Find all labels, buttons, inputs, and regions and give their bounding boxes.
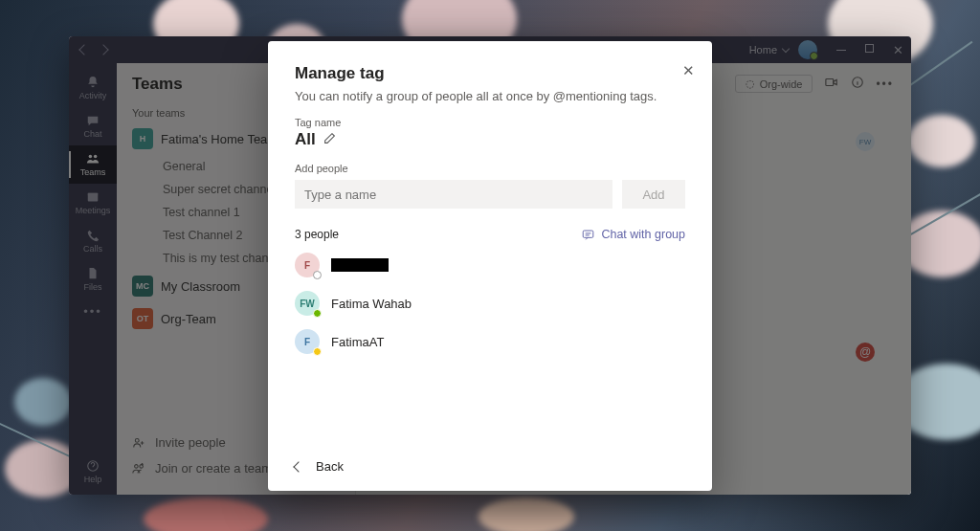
avatar-initials: FW xyxy=(300,299,315,309)
person-row[interactable]: F xyxy=(295,253,685,277)
person-row[interactable]: FW Fatima Wahab xyxy=(295,291,685,316)
person-name: Fatima Wahab xyxy=(331,297,412,311)
person-name xyxy=(331,258,389,272)
pencil-icon xyxy=(323,132,336,144)
tag-name-label: Tag name xyxy=(295,117,685,128)
add-people-label: Add people xyxy=(295,163,685,174)
avatar-initials: F xyxy=(304,337,310,347)
back-label: Back xyxy=(316,459,344,474)
manage-tag-dialog: ✕ Manage tag You can notify a group of p… xyxy=(268,41,712,491)
presence-unknown-icon xyxy=(313,271,322,279)
people-count: 3 people xyxy=(295,228,339,241)
people-list: F FW Fatima Wahab F FatimaAT xyxy=(295,253,685,354)
dialog-title: Manage tag xyxy=(295,64,685,83)
avatar: F xyxy=(295,329,320,354)
dialog-subtitle: You can notify a group of people all at … xyxy=(295,89,685,103)
person-row[interactable]: F FatimaAT xyxy=(295,329,685,354)
chat-with-group-link[interactable]: Chat with group xyxy=(581,228,685,241)
chevron-left-icon xyxy=(293,461,303,472)
presence-away-icon xyxy=(313,347,322,356)
add-button[interactable]: Add xyxy=(622,180,685,209)
person-name: FatimaAT xyxy=(331,335,384,349)
avatar: F xyxy=(295,253,320,277)
avatar: FW xyxy=(295,291,320,316)
svg-rect-10 xyxy=(584,231,594,237)
chat-icon xyxy=(581,229,595,241)
tag-name-value: All xyxy=(295,130,316,149)
add-people-input[interactable] xyxy=(295,180,612,209)
presence-available-icon xyxy=(313,309,322,318)
chat-link-label: Chat with group xyxy=(601,228,685,241)
avatar-initials: F xyxy=(304,260,310,271)
close-button[interactable]: ✕ xyxy=(682,62,695,79)
edit-tag-name-button[interactable] xyxy=(323,131,336,148)
back-button[interactable]: Back xyxy=(295,459,685,474)
